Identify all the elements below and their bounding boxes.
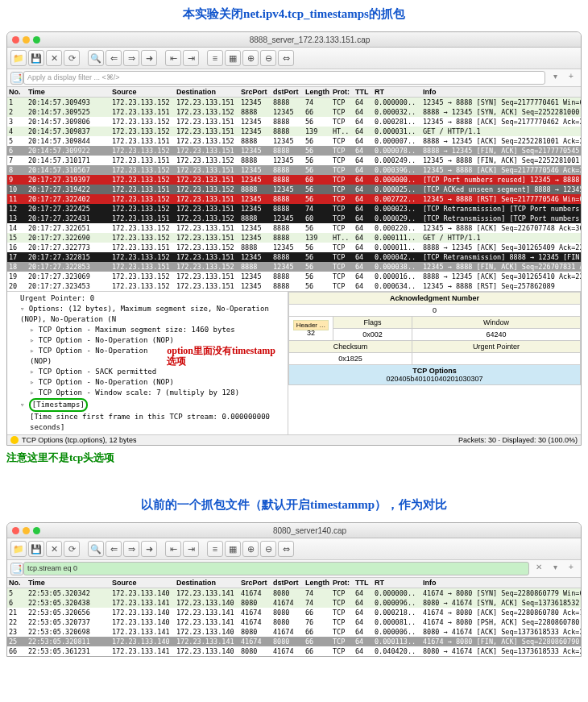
reload-button[interactable]: ⟳ — [64, 541, 80, 557]
tree-timestamps[interactable]: [Timestamps] — [10, 398, 284, 412]
col-srcport[interactable]: SrcPort — [239, 578, 271, 588]
find-button[interactable]: 🔍 — [88, 541, 104, 557]
packet-row[interactable]: 622:53:05.320438172.23.133.141172.23.133… — [7, 598, 581, 608]
next-button[interactable]: ⇒ — [123, 50, 139, 66]
col-dstport[interactable]: dstPort — [271, 87, 304, 97]
packet-row[interactable]: 1720:17:27.322815172.23.133.152172.23.13… — [7, 252, 581, 262]
bookmark-icon[interactable]: 📑 — [10, 72, 23, 85]
packet-row[interactable]: 1120:17:27.322402172.23.133.152172.23.13… — [7, 194, 581, 204]
zoom-in-button[interactable]: ⊕ — [242, 541, 259, 557]
packet-row[interactable]: 522:53:05.320342172.23.133.140172.23.133… — [7, 588, 581, 598]
autoscroll-button[interactable]: ≡ — [207, 50, 223, 66]
first-button[interactable]: ⇤ — [165, 50, 181, 66]
display-filter-input[interactable]: Apply a display filter ... <⌘/> — [23, 71, 545, 85]
packet-row[interactable]: 720:14:57.310171172.23.133.151172.23.133… — [7, 156, 581, 165]
colorize-button[interactable]: ▦ — [225, 541, 241, 557]
resize-button[interactable]: ⇔ — [278, 541, 294, 557]
zoom-icon[interactable] — [33, 527, 40, 534]
display-filter-input[interactable]: tcp.stream eq 0 — [23, 562, 529, 575]
col-protocol[interactable]: Prot: — [331, 578, 354, 588]
packet-row[interactable]: 420:14:57.309837172.23.133.152172.23.133… — [7, 127, 581, 136]
open-button[interactable]: 📁 — [10, 541, 27, 557]
zoom-out-button[interactable]: ⊖ — [260, 541, 276, 557]
packet-row[interactable]: 6622:53:05.361231172.23.133.141172.23.13… — [7, 646, 581, 656]
tree-opt-mss[interactable]: TCP Option - Maximum segment size: 1460 … — [10, 325, 284, 335]
filter-expr-button[interactable]: + — [565, 72, 578, 85]
close-icon[interactable] — [12, 527, 19, 534]
last-button[interactable]: ⇥ — [183, 541, 199, 557]
packet-row[interactable]: 820:14:57.310567172.23.133.152172.23.133… — [7, 165, 581, 175]
col-destination[interactable]: Destination — [175, 578, 239, 588]
col-info[interactable]: Info — [421, 578, 581, 588]
col-srcport[interactable]: SrcPort — [239, 87, 271, 97]
packet-row[interactable]: 2122:53:05.320656172.23.133.140172.23.13… — [7, 608, 581, 617]
packet-row[interactable]: 1020:17:27.319422172.23.133.151172.23.13… — [7, 185, 581, 194]
packet-row[interactable]: 220:14:57.309525172.23.133.151172.23.133… — [7, 107, 581, 117]
tree-opt-wscale[interactable]: TCP Option - Window scale: 7 (multiply b… — [10, 388, 284, 398]
packet-row[interactable]: 1920:17:27.323069172.23.133.152172.23.13… — [7, 272, 581, 281]
col-info[interactable]: Info — [421, 87, 581, 97]
packet-row[interactable]: 1220:17:27.322425172.23.133.152172.23.13… — [7, 204, 581, 214]
find-button[interactable]: 🔍 — [88, 50, 104, 66]
col-length[interactable]: Length — [304, 578, 331, 588]
tree-time-since[interactable]: [Time since first frame in this TCP stre… — [10, 412, 284, 433]
reload-button[interactable]: ⟳ — [64, 50, 80, 66]
packet-list[interactable]: 522:53:05.320342172.23.133.140172.23.133… — [7, 588, 581, 656]
tree-opt-nop3[interactable]: TCP Option - No-Operation (NOP) — [10, 377, 284, 388]
packet-row[interactable]: 120:14:57.309493172.23.133.152172.23.133… — [7, 98, 581, 107]
col-time[interactable]: Time — [27, 87, 110, 97]
col-ttl[interactable]: TTL — [354, 87, 373, 97]
expert-icon[interactable] — [10, 436, 19, 444]
col-time[interactable]: Time — [27, 578, 110, 588]
packet-row[interactable]: 1420:17:27.322651172.23.133.152172.23.13… — [7, 223, 581, 233]
col-ttl[interactable]: TTL — [354, 578, 373, 588]
col-rt[interactable]: RT — [373, 578, 421, 588]
col-no[interactable]: No. — [7, 87, 27, 97]
filter-clear-button[interactable]: ✕ — [532, 563, 545, 575]
packet-row[interactable]: 1620:17:27.322773172.23.133.151172.23.13… — [7, 243, 581, 252]
packet-row[interactable]: 1520:17:27.322690172.23.133.152172.23.13… — [7, 233, 581, 243]
close-icon[interactable] — [12, 36, 19, 44]
col-dstport[interactable]: dstPort — [271, 578, 304, 588]
packet-row[interactable]: 920:17:27.319397172.23.133.152172.23.133… — [7, 175, 581, 185]
last-button[interactable]: ⇥ — [183, 50, 199, 66]
goto-button[interactable]: ➜ — [141, 541, 157, 557]
tree-opt-nop2[interactable]: TCP Option - No-Operation (NOP) — [10, 346, 162, 367]
packet-row[interactable]: 2322:53:05.320698172.23.133.141172.23.13… — [7, 627, 581, 637]
col-no[interactable]: No. — [7, 578, 27, 588]
filter-add-button[interactable]: ▾ — [549, 72, 561, 85]
packet-row[interactable]: 320:14:57.309806172.23.133.152172.23.133… — [7, 117, 581, 127]
save-button[interactable]: 💾 — [28, 50, 44, 66]
col-length[interactable]: Length — [304, 87, 331, 97]
next-button[interactable]: ⇒ — [123, 541, 139, 557]
zoom-out-button[interactable]: ⊖ — [260, 50, 276, 66]
first-button[interactable]: ⇤ — [165, 541, 181, 557]
zoom-icon[interactable] — [33, 36, 40, 44]
packet-tree[interactable]: Urgent Pointer: 0 Options: (12 bytes), M… — [7, 292, 288, 434]
col-source[interactable]: Source — [110, 578, 175, 588]
zoom-in-button[interactable]: ⊕ — [242, 50, 259, 66]
col-destination[interactable]: Destination — [175, 87, 239, 97]
tree-urgent[interactable]: Urgent Pointer: 0 — [10, 293, 284, 304]
tree-opt-sack[interactable]: TCP Option - SACK permitted — [10, 367, 284, 377]
minimize-icon[interactable] — [23, 527, 30, 534]
tree-options[interactable]: Options: (12 bytes), Maximum segment siz… — [10, 304, 284, 325]
packet-row[interactable]: 2222:53:05.320737172.23.133.140172.23.13… — [7, 617, 581, 627]
colorize-button[interactable]: ▦ — [225, 50, 241, 66]
close-button[interactable]: ✕ — [46, 50, 62, 66]
col-rt[interactable]: RT — [373, 87, 421, 97]
col-protocol[interactable]: Prot: — [331, 87, 354, 97]
packet-row[interactable]: 2020:17:27.323453172.23.133.152172.23.13… — [7, 281, 581, 291]
resize-button[interactable]: ⇔ — [278, 50, 294, 66]
bookmark-icon[interactable]: 📑 — [10, 563, 23, 575]
filter-add-button[interactable]: ▾ — [549, 563, 561, 575]
prev-button[interactable]: ⇐ — [106, 50, 122, 66]
filter-expr-button[interactable]: + — [565, 563, 578, 575]
packet-row[interactable]: 1820:17:27.322853172.23.133.151172.23.13… — [7, 262, 581, 272]
packet-list[interactable]: 120:14:57.309493172.23.133.152172.23.133… — [7, 98, 581, 291]
minimize-icon[interactable] — [23, 36, 30, 44]
packet-row[interactable]: 1320:17:27.322431172.23.133.151172.23.13… — [7, 214, 581, 223]
packet-row[interactable]: 520:14:57.309844172.23.133.151172.23.133… — [7, 136, 581, 146]
packet-row[interactable]: 620:14:57.309922172.23.133.152172.23.133… — [7, 146, 581, 156]
col-source[interactable]: Source — [110, 87, 175, 97]
